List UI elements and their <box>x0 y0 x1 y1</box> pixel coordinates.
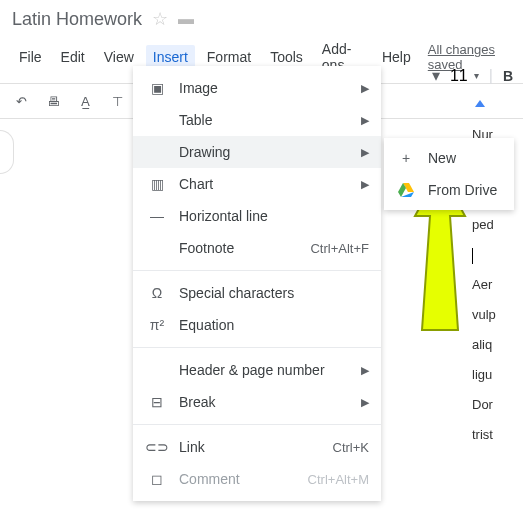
break-icon: ⊟ <box>145 394 169 410</box>
equation-icon: π² <box>145 317 169 333</box>
menu-divider <box>133 347 381 348</box>
menu-divider <box>133 270 381 271</box>
chart-icon: ▥ <box>145 176 169 192</box>
text-line: ped <box>472 210 496 240</box>
submenu-arrow-icon: ▶ <box>361 114 369 127</box>
menu-break[interactable]: ⊟ Break ▶ <box>133 386 381 418</box>
text-line: ligu <box>472 360 496 390</box>
text-line: aliq <box>472 330 496 360</box>
link-shortcut: Ctrl+K <box>333 440 369 455</box>
insert-menu-dropdown: ▣ Image ▶ Table ▶ Drawing ▶ ▥ Chart ▶ — … <box>133 66 381 501</box>
drawing-submenu: + New From Drive <box>384 138 514 210</box>
menu-equation[interactable]: π² Equation <box>133 309 381 341</box>
menu-header-page[interactable]: Header & page number ▶ <box>133 354 381 386</box>
horizontal-line-icon: — <box>145 208 169 224</box>
menu-table[interactable]: Table ▶ <box>133 104 381 136</box>
dropdown-icon[interactable]: ▾ <box>432 66 440 85</box>
menu-image-label: Image <box>169 80 361 96</box>
image-icon: ▣ <box>145 80 169 96</box>
comment-shortcut: Ctrl+Alt+M <box>308 472 369 487</box>
text-line: Aer <box>472 270 496 300</box>
spellcheck-icon[interactable]: A̲ <box>76 92 94 110</box>
menu-help[interactable]: Help <box>375 45 418 69</box>
submenu-arrow-icon: ▶ <box>361 82 369 95</box>
menu-footnote-label: Footnote <box>169 240 310 256</box>
text-line: Dor <box>472 390 496 420</box>
document-title[interactable]: Latin Homework <box>12 9 142 30</box>
undo-icon[interactable]: ↶ <box>12 92 30 110</box>
menu-horizontal-line[interactable]: — Horizontal line <box>133 200 381 232</box>
menu-image[interactable]: ▣ Image ▶ <box>133 72 381 104</box>
submenu-arrow-icon: ▶ <box>361 146 369 159</box>
menu-equation-label: Equation <box>169 317 369 333</box>
menu-comment: ◻ Comment Ctrl+Alt+M <box>133 463 381 495</box>
bold-button[interactable]: B <box>503 68 513 84</box>
footnote-shortcut: Ctrl+Alt+F <box>310 241 369 256</box>
plus-icon: + <box>394 150 418 166</box>
submenu-arrow-icon: ▶ <box>361 178 369 191</box>
print-icon[interactable]: 🖶 <box>44 92 62 110</box>
text-line <box>472 240 496 270</box>
star-icon[interactable]: ☆ <box>152 8 168 30</box>
text-line: trist <box>472 420 496 450</box>
menu-special-label: Special characters <box>169 285 369 301</box>
explore-tab[interactable] <box>0 130 14 174</box>
ruler-indent-marker[interactable] <box>475 100 485 107</box>
text-line: vulp <box>472 300 496 330</box>
menu-comment-label: Comment <box>169 471 308 487</box>
submenu-arrow-icon: ▶ <box>361 364 369 377</box>
menu-break-label: Break <box>169 394 361 410</box>
drive-icon <box>394 183 418 197</box>
submenu-new[interactable]: + New <box>384 142 514 174</box>
paint-format-icon[interactable]: ⊤ <box>108 92 126 110</box>
menu-table-label: Table <box>169 112 361 128</box>
menu-header-label: Header & page number <box>169 362 361 378</box>
comment-icon: ◻ <box>145 471 169 487</box>
menu-link[interactable]: ⊂⊃ Link Ctrl+K <box>133 431 381 463</box>
submenu-new-label: New <box>418 150 504 166</box>
menu-special-chars[interactable]: Ω Special characters <box>133 277 381 309</box>
submenu-drive-label: From Drive <box>418 182 504 198</box>
text-cursor <box>472 248 473 264</box>
link-icon: ⊂⊃ <box>145 439 169 455</box>
menu-file[interactable]: File <box>12 45 49 69</box>
submenu-from-drive[interactable]: From Drive <box>384 174 514 206</box>
menu-footnote[interactable]: Footnote Ctrl+Alt+F <box>133 232 381 264</box>
menu-divider <box>133 424 381 425</box>
menu-chart-label: Chart <box>169 176 361 192</box>
omega-icon: Ω <box>145 285 169 301</box>
font-size-dropdown-icon[interactable]: ▾ <box>474 70 479 81</box>
menu-edit[interactable]: Edit <box>54 45 92 69</box>
menu-hline-label: Horizontal line <box>169 208 369 224</box>
submenu-arrow-icon: ▶ <box>361 396 369 409</box>
menu-drawing-label: Drawing <box>169 144 361 160</box>
font-size[interactable]: 11 <box>450 67 468 85</box>
menu-drawing[interactable]: Drawing ▶ <box>133 136 381 168</box>
menu-link-label: Link <box>169 439 333 455</box>
menu-chart[interactable]: ▥ Chart ▶ <box>133 168 381 200</box>
folder-icon[interactable]: ▬ <box>178 10 194 28</box>
